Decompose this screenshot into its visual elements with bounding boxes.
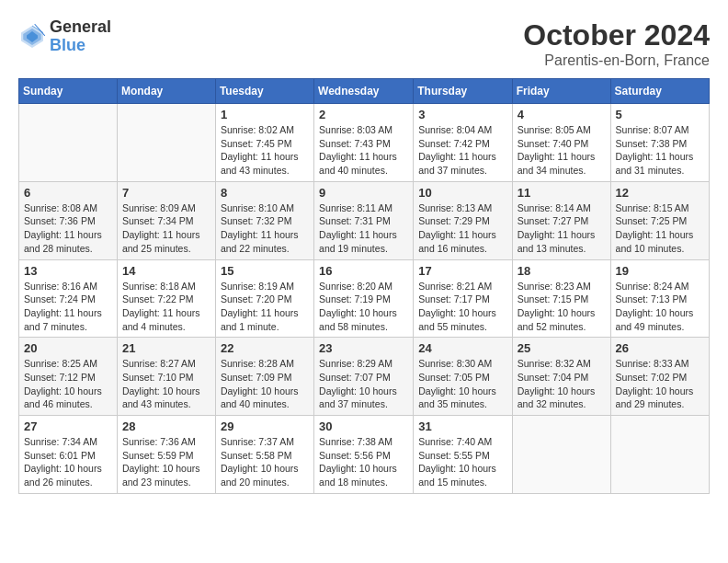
day-info: Sunrise: 8:28 AMSunset: 7:09 PMDaylight:… bbox=[221, 357, 309, 411]
day-info: Sunrise: 7:37 AMSunset: 5:58 PMDaylight:… bbox=[221, 435, 309, 489]
day-number: 21 bbox=[122, 341, 210, 355]
day-info: Sunrise: 8:18 AMSunset: 7:22 PMDaylight:… bbox=[122, 280, 210, 334]
logo-icon bbox=[18, 23, 46, 51]
day-info: Sunrise: 8:09 AMSunset: 7:34 PMDaylight:… bbox=[122, 201, 210, 256]
day-info: Sunrise: 7:34 AMSunset: 6:01 PMDaylight:… bbox=[24, 435, 112, 489]
day-info: Sunrise: 8:11 AMSunset: 7:31 PMDaylight:… bbox=[319, 201, 408, 256]
logo-text: General Blue bbox=[50, 18, 111, 55]
day-number: 4 bbox=[518, 108, 606, 121]
calendar-cell: 29Sunrise: 7:37 AMSunset: 5:58 PMDayligh… bbox=[215, 416, 313, 494]
day-info: Sunrise: 7:40 AMSunset: 5:55 PMDaylight:… bbox=[418, 435, 506, 489]
calendar-cell: 25Sunrise: 8:32 AMSunset: 7:04 PMDayligh… bbox=[512, 338, 610, 416]
calendar-cell bbox=[19, 104, 118, 182]
header-thursday: Thursday bbox=[414, 79, 512, 104]
day-info: Sunrise: 8:20 AMSunset: 7:19 PMDaylight:… bbox=[319, 280, 408, 334]
day-info: Sunrise: 8:04 AMSunset: 7:42 PMDaylight:… bbox=[418, 123, 506, 178]
day-info: Sunrise: 8:25 AMSunset: 7:12 PMDaylight:… bbox=[24, 357, 112, 411]
week-row-4: 20Sunrise: 8:25 AMSunset: 7:12 PMDayligh… bbox=[19, 338, 710, 416]
calendar-cell: 13Sunrise: 8:16 AMSunset: 7:24 PMDayligh… bbox=[19, 259, 118, 338]
calendar-cell: 4Sunrise: 8:05 AMSunset: 7:40 PMDaylight… bbox=[512, 104, 610, 182]
day-number: 19 bbox=[616, 264, 704, 278]
calendar-cell: 11Sunrise: 8:14 AMSunset: 7:27 PMDayligh… bbox=[512, 181, 610, 259]
calendar-cell: 24Sunrise: 8:30 AMSunset: 7:05 PMDayligh… bbox=[414, 338, 512, 416]
day-info: Sunrise: 8:33 AMSunset: 7:02 PMDaylight:… bbox=[616, 357, 704, 411]
day-number: 5 bbox=[616, 108, 704, 121]
header-friday: Friday bbox=[512, 79, 610, 104]
day-info: Sunrise: 7:38 AMSunset: 5:56 PMDaylight:… bbox=[319, 435, 408, 489]
calendar-cell bbox=[512, 416, 610, 494]
header-saturday: Saturday bbox=[610, 79, 709, 104]
header-monday: Monday bbox=[117, 79, 215, 104]
calendar-cell: 28Sunrise: 7:36 AMSunset: 5:59 PMDayligh… bbox=[117, 416, 215, 494]
day-number: 31 bbox=[418, 419, 506, 433]
day-number: 17 bbox=[418, 264, 506, 278]
page-header: General Blue October 2024 Parentis-en-Bo… bbox=[18, 18, 710, 69]
day-number: 14 bbox=[122, 264, 210, 278]
month-title: October 2024 bbox=[523, 18, 710, 52]
day-info: Sunrise: 8:14 AMSunset: 7:27 PMDaylight:… bbox=[518, 201, 606, 256]
day-info: Sunrise: 8:16 AMSunset: 7:24 PMDaylight:… bbox=[24, 280, 112, 334]
location: Parentis-en-Born, France bbox=[523, 52, 710, 69]
calendar-cell: 26Sunrise: 8:33 AMSunset: 7:02 PMDayligh… bbox=[610, 338, 709, 416]
day-number: 2 bbox=[319, 108, 408, 121]
week-row-3: 13Sunrise: 8:16 AMSunset: 7:24 PMDayligh… bbox=[19, 259, 710, 338]
day-number: 24 bbox=[418, 341, 506, 355]
day-info: Sunrise: 8:07 AMSunset: 7:38 PMDaylight:… bbox=[616, 123, 704, 178]
day-info: Sunrise: 7:36 AMSunset: 5:59 PMDaylight:… bbox=[122, 435, 210, 489]
calendar-cell: 7Sunrise: 8:09 AMSunset: 7:34 PMDaylight… bbox=[117, 181, 215, 259]
calendar-cell: 27Sunrise: 7:34 AMSunset: 6:01 PMDayligh… bbox=[19, 416, 118, 494]
day-info: Sunrise: 8:30 AMSunset: 7:05 PMDaylight:… bbox=[418, 357, 506, 411]
day-number: 16 bbox=[319, 264, 408, 278]
calendar-cell: 10Sunrise: 8:13 AMSunset: 7:29 PMDayligh… bbox=[414, 181, 512, 259]
calendar-cell: 17Sunrise: 8:21 AMSunset: 7:17 PMDayligh… bbox=[414, 259, 512, 338]
calendar-cell: 9Sunrise: 8:11 AMSunset: 7:31 PMDaylight… bbox=[314, 181, 414, 259]
calendar-cell: 3Sunrise: 8:04 AMSunset: 7:42 PMDaylight… bbox=[414, 104, 512, 182]
day-number: 22 bbox=[221, 341, 309, 355]
day-number: 15 bbox=[221, 264, 309, 278]
day-number: 1 bbox=[221, 108, 309, 121]
calendar-cell: 21Sunrise: 8:27 AMSunset: 7:10 PMDayligh… bbox=[117, 338, 215, 416]
calendar-cell: 8Sunrise: 8:10 AMSunset: 7:32 PMDaylight… bbox=[215, 181, 313, 259]
day-number: 11 bbox=[518, 186, 606, 200]
day-number: 3 bbox=[418, 108, 506, 121]
calendar-table: SundayMondayTuesdayWednesdayThursdayFrid… bbox=[18, 78, 710, 494]
day-number: 6 bbox=[24, 186, 112, 200]
week-row-5: 27Sunrise: 7:34 AMSunset: 6:01 PMDayligh… bbox=[19, 416, 710, 494]
day-number: 10 bbox=[418, 186, 506, 200]
day-info: Sunrise: 8:03 AMSunset: 7:43 PMDaylight:… bbox=[319, 123, 408, 178]
header-tuesday: Tuesday bbox=[215, 79, 313, 104]
calendar-cell: 30Sunrise: 7:38 AMSunset: 5:56 PMDayligh… bbox=[314, 416, 414, 494]
week-row-2: 6Sunrise: 8:08 AMSunset: 7:36 PMDaylight… bbox=[19, 181, 710, 259]
day-info: Sunrise: 8:13 AMSunset: 7:29 PMDaylight:… bbox=[418, 201, 506, 256]
day-info: Sunrise: 8:19 AMSunset: 7:20 PMDaylight:… bbox=[221, 280, 309, 334]
day-number: 29 bbox=[221, 419, 309, 433]
calendar-cell: 16Sunrise: 8:20 AMSunset: 7:19 PMDayligh… bbox=[314, 259, 414, 338]
week-row-1: 1Sunrise: 8:02 AMSunset: 7:45 PMDaylight… bbox=[19, 104, 710, 182]
day-number: 30 bbox=[319, 419, 408, 433]
header-sunday: Sunday bbox=[19, 79, 118, 104]
calendar-cell: 6Sunrise: 8:08 AMSunset: 7:36 PMDaylight… bbox=[19, 181, 118, 259]
calendar-cell: 2Sunrise: 8:03 AMSunset: 7:43 PMDaylight… bbox=[314, 104, 414, 182]
day-info: Sunrise: 8:08 AMSunset: 7:36 PMDaylight:… bbox=[24, 201, 112, 256]
day-number: 25 bbox=[518, 341, 606, 355]
title-block: October 2024 Parentis-en-Born, France bbox=[523, 18, 710, 69]
day-info: Sunrise: 8:05 AMSunset: 7:40 PMDaylight:… bbox=[518, 123, 606, 178]
day-info: Sunrise: 8:23 AMSunset: 7:15 PMDaylight:… bbox=[518, 280, 606, 334]
calendar-cell: 18Sunrise: 8:23 AMSunset: 7:15 PMDayligh… bbox=[512, 259, 610, 338]
day-number: 13 bbox=[24, 264, 112, 278]
day-number: 8 bbox=[221, 186, 309, 200]
calendar-cell: 1Sunrise: 8:02 AMSunset: 7:45 PMDaylight… bbox=[215, 104, 313, 182]
day-number: 12 bbox=[616, 186, 704, 200]
day-info: Sunrise: 8:32 AMSunset: 7:04 PMDaylight:… bbox=[518, 357, 606, 411]
calendar-cell bbox=[610, 416, 709, 494]
calendar-cell: 19Sunrise: 8:24 AMSunset: 7:13 PMDayligh… bbox=[610, 259, 709, 338]
calendar-header-row: SundayMondayTuesdayWednesdayThursdayFrid… bbox=[19, 79, 710, 104]
calendar-cell: 14Sunrise: 8:18 AMSunset: 7:22 PMDayligh… bbox=[117, 259, 215, 338]
day-number: 18 bbox=[518, 264, 606, 278]
day-info: Sunrise: 8:15 AMSunset: 7:25 PMDaylight:… bbox=[616, 201, 704, 256]
day-number: 28 bbox=[122, 419, 210, 433]
day-number: 27 bbox=[24, 419, 112, 433]
header-wednesday: Wednesday bbox=[314, 79, 414, 104]
calendar-cell: 23Sunrise: 8:29 AMSunset: 7:07 PMDayligh… bbox=[314, 338, 414, 416]
calendar-cell: 5Sunrise: 8:07 AMSunset: 7:38 PMDaylight… bbox=[610, 104, 709, 182]
